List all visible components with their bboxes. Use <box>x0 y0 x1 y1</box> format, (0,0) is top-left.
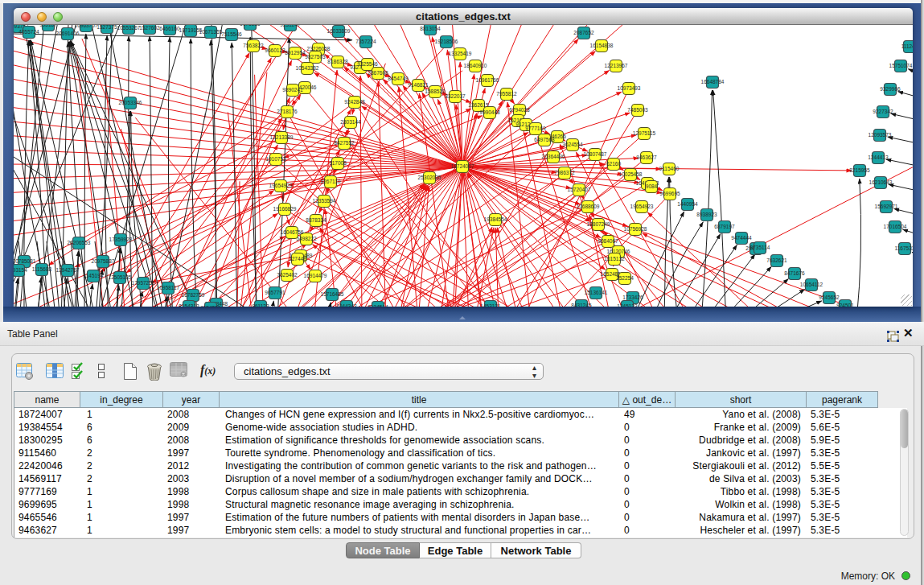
svg-text:16046756: 16046756 <box>281 229 304 235</box>
svg-text:8878334: 8878334 <box>306 217 326 223</box>
svg-text:15720407: 15720407 <box>568 187 591 192</box>
svg-text:6794028: 6794028 <box>509 107 530 113</box>
svg-text:9777169: 9777169 <box>525 126 546 131</box>
svg-text:9474444: 9474444 <box>731 235 752 241</box>
svg-text:9084067: 9084067 <box>598 238 618 244</box>
svg-text:1733426: 1733426 <box>622 295 643 300</box>
svg-text:20785081: 20785081 <box>14 258 36 264</box>
svg-text:12213389: 12213389 <box>270 134 294 140</box>
svg-text:10807487: 10807487 <box>584 151 607 157</box>
svg-text:7986372: 7986372 <box>554 170 575 175</box>
svg-text:9329966: 9329966 <box>880 86 901 92</box>
svg-text:4055724: 4055724 <box>18 29 39 35</box>
svg-text:15692971: 15692971 <box>875 204 898 209</box>
svg-text:10973493: 10973493 <box>618 85 641 91</box>
svg-text:12975115: 12975115 <box>633 130 656 136</box>
svg-text:10963757: 10963757 <box>75 25 98 28</box>
svg-text:924501: 924501 <box>836 303 854 307</box>
svg-text:23226058: 23226058 <box>307 46 331 51</box>
svg-text:62160: 62160 <box>606 161 621 167</box>
svg-text:1245133: 1245133 <box>617 303 638 307</box>
svg-text:19218506: 19218506 <box>435 39 458 44</box>
svg-text:7625402: 7625402 <box>277 272 298 278</box>
svg-text:20691406: 20691406 <box>56 31 80 36</box>
svg-text:16033809: 16033809 <box>327 28 351 34</box>
svg-text:17359928: 17359928 <box>109 237 133 242</box>
svg-text:15751074: 15751074 <box>889 63 913 68</box>
svg-text:12505135: 12505135 <box>109 274 132 280</box>
svg-text:10543382: 10543382 <box>296 65 319 71</box>
svg-text:2718176: 2718176 <box>277 109 298 114</box>
svg-text:9084: 9084 <box>646 183 658 189</box>
svg-text:1527375: 1527375 <box>97 25 117 30</box>
svg-text:1453121: 1453121 <box>480 303 501 307</box>
svg-text:19654923: 19654923 <box>269 183 293 188</box>
svg-text:961123: 961123 <box>252 303 269 307</box>
svg-text:18640910: 18640910 <box>464 63 487 68</box>
svg-text:8322037: 8322037 <box>445 93 466 99</box>
svg-text:7357224: 7357224 <box>355 39 376 44</box>
svg-text:9699695: 9699695 <box>659 191 680 196</box>
svg-text:8267110: 8267110 <box>321 179 341 184</box>
svg-text:2867608: 2867608 <box>368 70 388 76</box>
svg-text:1440954: 1440954 <box>677 201 698 207</box>
svg-text:7485003: 7485003 <box>627 107 648 113</box>
svg-text:6466160: 6466160 <box>159 26 180 31</box>
svg-text:1588520: 1588520 <box>425 89 446 94</box>
svg-text:917008: 917008 <box>329 160 347 166</box>
svg-text:2087652: 2087652 <box>573 30 594 35</box>
svg-text:20364436: 20364436 <box>542 154 565 159</box>
svg-text:20206553: 20206553 <box>68 240 91 245</box>
svg-text:18724007: 18724007 <box>451 163 474 169</box>
svg-text:12942757: 12942757 <box>56 267 80 273</box>
svg-text:252254: 252254 <box>616 275 634 281</box>
svg-text:9245652: 9245652 <box>819 295 840 300</box>
svg-text:20053346: 20053346 <box>119 100 142 105</box>
svg-text:1154370: 1154370 <box>201 305 221 307</box>
svg-text:16648784: 16648784 <box>701 79 725 84</box>
svg-text:10958117: 10958117 <box>157 285 180 290</box>
svg-text:12093573: 12093573 <box>869 132 892 138</box>
svg-text:9134514: 9134514 <box>368 304 388 307</box>
svg-text:993154: 993154 <box>14 267 27 273</box>
svg-text:9657791: 9657791 <box>265 290 285 295</box>
svg-text:18807249: 18807249 <box>587 221 610 227</box>
svg-text:1044343: 1044343 <box>336 303 357 307</box>
svg-text:25302035: 25302035 <box>418 175 441 180</box>
svg-text:20975887: 20975887 <box>92 258 115 264</box>
svg-text:1615132: 1615132 <box>604 256 625 262</box>
svg-text:9827503: 9827503 <box>305 54 326 60</box>
svg-text:1115688: 1115688 <box>32 266 52 272</box>
svg-text:10756928: 10756928 <box>624 226 647 232</box>
svg-text:8215955: 8215955 <box>849 167 870 173</box>
svg-text:8431245: 8431245 <box>571 303 592 307</box>
svg-text:7955812: 7955812 <box>496 91 517 97</box>
svg-text:8938923: 8938923 <box>696 212 717 217</box>
svg-text:1244413: 1244413 <box>868 154 889 160</box>
svg-text:9115460: 9115460 <box>659 166 680 171</box>
svg-text:9242848: 9242848 <box>344 99 365 105</box>
svg-text:10671355: 10671355 <box>199 29 223 35</box>
svg-text:8154312: 8154312 <box>179 303 199 307</box>
svg-text:8454749: 8454749 <box>388 76 409 81</box>
svg-text:10654112: 10654112 <box>800 282 823 287</box>
svg-text:7632621: 7632621 <box>766 257 787 263</box>
svg-text:8471676: 8471676 <box>784 270 805 276</box>
svg-text:19166829: 19166829 <box>273 206 297 212</box>
svg-text:9660123: 9660123 <box>265 47 285 53</box>
svg-text:6497568: 6497568 <box>534 137 555 142</box>
svg-text:15716485: 15716485 <box>321 291 344 297</box>
svg-text:1527602: 1527602 <box>139 25 160 31</box>
svg-text:17957255: 17957255 <box>132 280 155 286</box>
svg-text:9325546: 9325546 <box>357 61 378 67</box>
svg-text:17016504: 17016504 <box>884 224 907 229</box>
svg-text:1910753: 1910753 <box>265 156 286 162</box>
svg-text:8813054: 8813054 <box>420 26 441 31</box>
svg-text:15136141: 15136141 <box>585 290 608 295</box>
svg-text:16154838: 16154838 <box>590 43 614 48</box>
svg-text:7563822: 7563822 <box>243 43 264 48</box>
svg-text:8186328: 8186328 <box>327 59 348 64</box>
svg-text:9231247: 9231247 <box>280 25 301 27</box>
svg-text:9463627: 9463627 <box>636 154 657 160</box>
svg-text:10688609: 10688609 <box>577 204 600 209</box>
